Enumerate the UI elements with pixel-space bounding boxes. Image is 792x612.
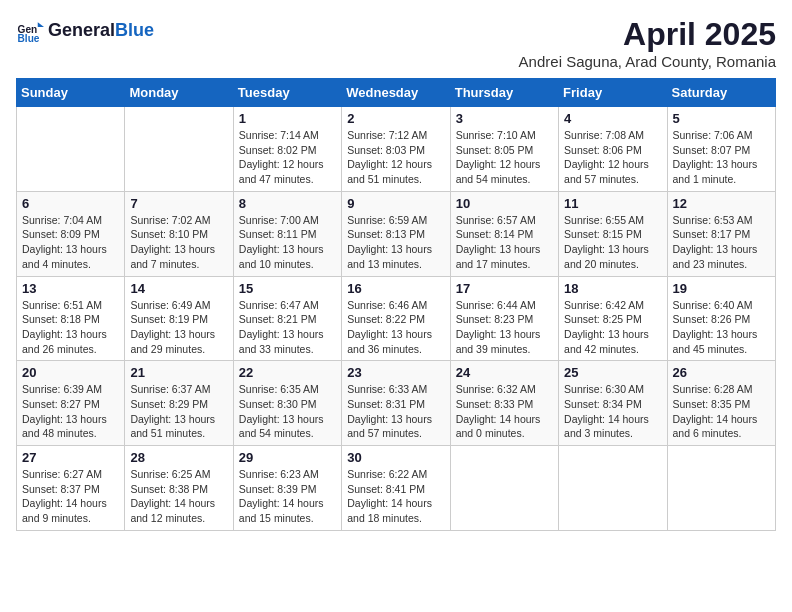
calendar-cell: 30Sunrise: 6:22 AMSunset: 8:41 PMDayligh… [342, 446, 450, 531]
calendar-cell: 27Sunrise: 6:27 AMSunset: 8:37 PMDayligh… [17, 446, 125, 531]
day-number: 14 [130, 281, 227, 296]
calendar-cell [559, 446, 667, 531]
day-info: Sunrise: 6:33 AMSunset: 8:31 PMDaylight:… [347, 382, 444, 441]
weekday-header-wednesday: Wednesday [342, 79, 450, 107]
calendar-cell: 12Sunrise: 6:53 AMSunset: 8:17 PMDayligh… [667, 191, 775, 276]
calendar-cell: 20Sunrise: 6:39 AMSunset: 8:27 PMDayligh… [17, 361, 125, 446]
day-number: 1 [239, 111, 336, 126]
month-title: April 2025 [519, 16, 776, 53]
day-number: 22 [239, 365, 336, 380]
day-number: 4 [564, 111, 661, 126]
day-info: Sunrise: 7:08 AMSunset: 8:06 PMDaylight:… [564, 128, 661, 187]
calendar-cell: 17Sunrise: 6:44 AMSunset: 8:23 PMDayligh… [450, 276, 558, 361]
weekday-header-monday: Monday [125, 79, 233, 107]
day-number: 23 [347, 365, 444, 380]
weekday-header-row: SundayMondayTuesdayWednesdayThursdayFrid… [17, 79, 776, 107]
week-row-5: 27Sunrise: 6:27 AMSunset: 8:37 PMDayligh… [17, 446, 776, 531]
calendar-cell: 1Sunrise: 7:14 AMSunset: 8:02 PMDaylight… [233, 107, 341, 192]
day-number: 16 [347, 281, 444, 296]
day-number: 19 [673, 281, 770, 296]
calendar-table: SundayMondayTuesdayWednesdayThursdayFrid… [16, 78, 776, 531]
day-info: Sunrise: 6:53 AMSunset: 8:17 PMDaylight:… [673, 213, 770, 272]
day-info: Sunrise: 6:55 AMSunset: 8:15 PMDaylight:… [564, 213, 661, 272]
day-number: 28 [130, 450, 227, 465]
day-number: 20 [22, 365, 119, 380]
day-number: 2 [347, 111, 444, 126]
calendar-cell: 10Sunrise: 6:57 AMSunset: 8:14 PMDayligh… [450, 191, 558, 276]
calendar-cell: 15Sunrise: 6:47 AMSunset: 8:21 PMDayligh… [233, 276, 341, 361]
weekday-header-thursday: Thursday [450, 79, 558, 107]
day-info: Sunrise: 7:14 AMSunset: 8:02 PMDaylight:… [239, 128, 336, 187]
day-info: Sunrise: 7:12 AMSunset: 8:03 PMDaylight:… [347, 128, 444, 187]
logo-icon: Gen Blue [16, 16, 44, 44]
day-info: Sunrise: 7:02 AMSunset: 8:10 PMDaylight:… [130, 213, 227, 272]
weekday-header-friday: Friday [559, 79, 667, 107]
calendar-cell: 25Sunrise: 6:30 AMSunset: 8:34 PMDayligh… [559, 361, 667, 446]
day-info: Sunrise: 7:00 AMSunset: 8:11 PMDaylight:… [239, 213, 336, 272]
day-number: 13 [22, 281, 119, 296]
calendar-cell: 19Sunrise: 6:40 AMSunset: 8:26 PMDayligh… [667, 276, 775, 361]
week-row-3: 13Sunrise: 6:51 AMSunset: 8:18 PMDayligh… [17, 276, 776, 361]
day-number: 8 [239, 196, 336, 211]
weekday-header-tuesday: Tuesday [233, 79, 341, 107]
page-header: Gen Blue GeneralBlue April 2025 Andrei S… [16, 16, 776, 70]
calendar-cell: 6Sunrise: 7:04 AMSunset: 8:09 PMDaylight… [17, 191, 125, 276]
calendar-cell: 14Sunrise: 6:49 AMSunset: 8:19 PMDayligh… [125, 276, 233, 361]
day-info: Sunrise: 6:30 AMSunset: 8:34 PMDaylight:… [564, 382, 661, 441]
day-number: 27 [22, 450, 119, 465]
day-number: 5 [673, 111, 770, 126]
location-subtitle: Andrei Saguna, Arad County, Romania [519, 53, 776, 70]
calendar-cell [125, 107, 233, 192]
day-number: 12 [673, 196, 770, 211]
week-row-4: 20Sunrise: 6:39 AMSunset: 8:27 PMDayligh… [17, 361, 776, 446]
day-number: 11 [564, 196, 661, 211]
day-number: 3 [456, 111, 553, 126]
day-number: 26 [673, 365, 770, 380]
calendar-cell: 24Sunrise: 6:32 AMSunset: 8:33 PMDayligh… [450, 361, 558, 446]
day-info: Sunrise: 6:40 AMSunset: 8:26 PMDaylight:… [673, 298, 770, 357]
day-info: Sunrise: 7:10 AMSunset: 8:05 PMDaylight:… [456, 128, 553, 187]
logo-general: General [48, 20, 115, 40]
calendar-cell: 18Sunrise: 6:42 AMSunset: 8:25 PMDayligh… [559, 276, 667, 361]
day-info: Sunrise: 7:06 AMSunset: 8:07 PMDaylight:… [673, 128, 770, 187]
day-number: 18 [564, 281, 661, 296]
day-info: Sunrise: 7:04 AMSunset: 8:09 PMDaylight:… [22, 213, 119, 272]
calendar-cell: 13Sunrise: 6:51 AMSunset: 8:18 PMDayligh… [17, 276, 125, 361]
calendar-cell [17, 107, 125, 192]
calendar-cell [450, 446, 558, 531]
day-number: 15 [239, 281, 336, 296]
day-info: Sunrise: 6:49 AMSunset: 8:19 PMDaylight:… [130, 298, 227, 357]
day-info: Sunrise: 6:23 AMSunset: 8:39 PMDaylight:… [239, 467, 336, 526]
day-number: 7 [130, 196, 227, 211]
day-info: Sunrise: 6:39 AMSunset: 8:27 PMDaylight:… [22, 382, 119, 441]
day-number: 24 [456, 365, 553, 380]
day-number: 25 [564, 365, 661, 380]
day-info: Sunrise: 6:37 AMSunset: 8:29 PMDaylight:… [130, 382, 227, 441]
day-info: Sunrise: 6:35 AMSunset: 8:30 PMDaylight:… [239, 382, 336, 441]
calendar-cell: 29Sunrise: 6:23 AMSunset: 8:39 PMDayligh… [233, 446, 341, 531]
calendar-cell: 2Sunrise: 7:12 AMSunset: 8:03 PMDaylight… [342, 107, 450, 192]
day-info: Sunrise: 6:32 AMSunset: 8:33 PMDaylight:… [456, 382, 553, 441]
day-info: Sunrise: 6:59 AMSunset: 8:13 PMDaylight:… [347, 213, 444, 272]
logo-blue: Blue [115, 20, 154, 40]
calendar-cell: 21Sunrise: 6:37 AMSunset: 8:29 PMDayligh… [125, 361, 233, 446]
day-info: Sunrise: 6:25 AMSunset: 8:38 PMDaylight:… [130, 467, 227, 526]
day-number: 17 [456, 281, 553, 296]
calendar-cell: 9Sunrise: 6:59 AMSunset: 8:13 PMDaylight… [342, 191, 450, 276]
week-row-2: 6Sunrise: 7:04 AMSunset: 8:09 PMDaylight… [17, 191, 776, 276]
weekday-header-saturday: Saturday [667, 79, 775, 107]
weekday-header-sunday: Sunday [17, 79, 125, 107]
day-number: 9 [347, 196, 444, 211]
calendar-cell: 28Sunrise: 6:25 AMSunset: 8:38 PMDayligh… [125, 446, 233, 531]
title-block: April 2025 Andrei Saguna, Arad County, R… [519, 16, 776, 70]
day-info: Sunrise: 6:46 AMSunset: 8:22 PMDaylight:… [347, 298, 444, 357]
day-number: 29 [239, 450, 336, 465]
day-info: Sunrise: 6:27 AMSunset: 8:37 PMDaylight:… [22, 467, 119, 526]
day-number: 10 [456, 196, 553, 211]
week-row-1: 1Sunrise: 7:14 AMSunset: 8:02 PMDaylight… [17, 107, 776, 192]
day-info: Sunrise: 6:28 AMSunset: 8:35 PMDaylight:… [673, 382, 770, 441]
calendar-cell: 11Sunrise: 6:55 AMSunset: 8:15 PMDayligh… [559, 191, 667, 276]
calendar-cell: 26Sunrise: 6:28 AMSunset: 8:35 PMDayligh… [667, 361, 775, 446]
day-info: Sunrise: 6:57 AMSunset: 8:14 PMDaylight:… [456, 213, 553, 272]
day-info: Sunrise: 6:51 AMSunset: 8:18 PMDaylight:… [22, 298, 119, 357]
